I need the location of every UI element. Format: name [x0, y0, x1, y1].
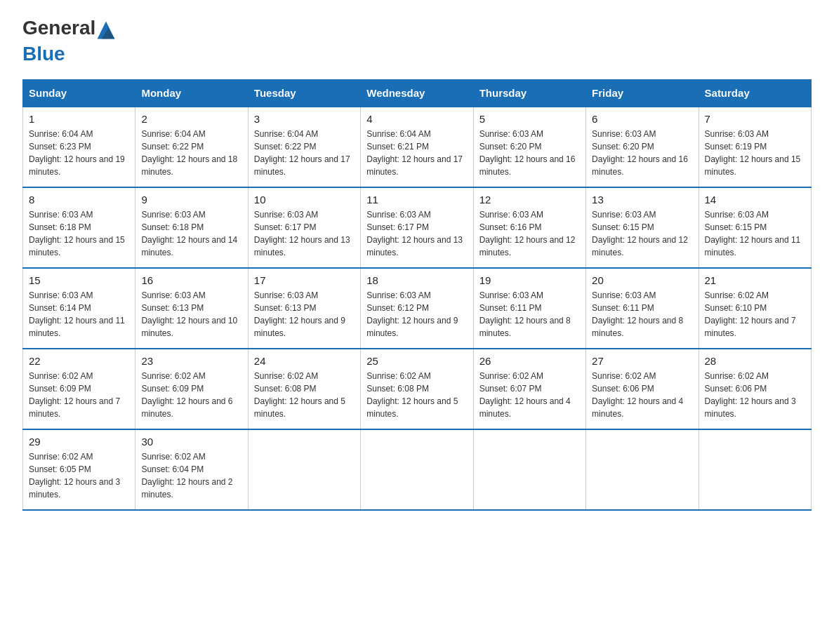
day-info: Sunrise: 6:03 AMSunset: 6:20 PMDaylight:… — [479, 128, 580, 178]
day-info: Sunrise: 6:03 AMSunset: 6:18 PMDaylight:… — [29, 208, 129, 259]
day-number: 8 — [29, 194, 129, 206]
day-info: Sunrise: 6:02 AMSunset: 6:07 PMDaylight:… — [479, 370, 580, 420]
day-info: Sunrise: 6:02 AMSunset: 6:05 PMDaylight:… — [29, 450, 129, 501]
day-number: 23 — [141, 355, 241, 367]
day-number: 16 — [141, 274, 241, 286]
day-info: Sunrise: 6:03 AMSunset: 6:20 PMDaylight:… — [592, 128, 692, 178]
weekday-header-row: SundayMondayTuesdayWednesdayThursdayFrid… — [23, 79, 812, 107]
day-number: 9 — [141, 194, 241, 206]
day-number: 2 — [141, 113, 241, 125]
calendar-cell — [586, 429, 699, 510]
day-number: 18 — [366, 274, 467, 286]
calendar-cell: 12Sunrise: 6:03 AMSunset: 6:16 PMDayligh… — [473, 187, 585, 268]
day-number: 24 — [254, 355, 355, 367]
weekday-header-tuesday: Tuesday — [248, 79, 360, 107]
day-info: Sunrise: 6:02 AMSunset: 6:06 PMDaylight:… — [592, 370, 692, 420]
calendar-cell: 1Sunrise: 6:04 AMSunset: 6:23 PMDaylight… — [23, 107, 135, 187]
calendar-cell: 24Sunrise: 6:02 AMSunset: 6:08 PMDayligh… — [248, 349, 360, 429]
calendar-cell: 5Sunrise: 6:03 AMSunset: 6:20 PMDaylight… — [473, 107, 585, 187]
calendar-table: SundayMondayTuesdayWednesdayThursdayFrid… — [22, 79, 812, 511]
calendar-cell: 17Sunrise: 6:03 AMSunset: 6:13 PMDayligh… — [248, 268, 360, 349]
calendar-cell: 3Sunrise: 6:04 AMSunset: 6:22 PMDaylight… — [248, 107, 360, 187]
calendar-cell: 10Sunrise: 6:03 AMSunset: 6:17 PMDayligh… — [248, 187, 360, 268]
day-number: 22 — [29, 355, 129, 367]
day-number: 6 — [592, 113, 692, 125]
day-info: Sunrise: 6:03 AMSunset: 6:11 PMDaylight:… — [592, 289, 692, 340]
calendar-week-row: 29Sunrise: 6:02 AMSunset: 6:05 PMDayligh… — [23, 429, 812, 510]
day-info: Sunrise: 6:03 AMSunset: 6:15 PMDaylight:… — [705, 208, 805, 259]
calendar-cell: 14Sunrise: 6:03 AMSunset: 6:15 PMDayligh… — [699, 187, 811, 268]
calendar-cell — [361, 429, 473, 510]
day-number: 15 — [29, 274, 129, 286]
calendar-week-row: 1Sunrise: 6:04 AMSunset: 6:23 PMDaylight… — [23, 107, 812, 187]
day-number: 7 — [705, 113, 805, 125]
calendar-cell: 22Sunrise: 6:02 AMSunset: 6:09 PMDayligh… — [23, 349, 135, 429]
day-info: Sunrise: 6:03 AMSunset: 6:13 PMDaylight:… — [141, 289, 241, 340]
day-number: 29 — [29, 436, 129, 448]
day-number: 26 — [479, 355, 580, 367]
day-info: Sunrise: 6:03 AMSunset: 6:12 PMDaylight:… — [366, 289, 467, 340]
day-info: Sunrise: 6:03 AMSunset: 6:17 PMDaylight:… — [254, 208, 355, 259]
calendar-cell: 28Sunrise: 6:02 AMSunset: 6:06 PMDayligh… — [699, 349, 811, 429]
day-number: 12 — [479, 194, 580, 206]
weekday-header-wednesday: Wednesday — [361, 79, 473, 107]
calendar-cell: 16Sunrise: 6:03 AMSunset: 6:13 PMDayligh… — [135, 268, 248, 349]
calendar-cell: 19Sunrise: 6:03 AMSunset: 6:11 PMDayligh… — [473, 268, 585, 349]
day-number: 14 — [705, 194, 805, 206]
calendar-cell: 25Sunrise: 6:02 AMSunset: 6:08 PMDayligh… — [361, 349, 473, 429]
calendar-cell: 7Sunrise: 6:03 AMSunset: 6:19 PMDaylight… — [699, 107, 811, 187]
day-info: Sunrise: 6:03 AMSunset: 6:11 PMDaylight:… — [479, 289, 580, 340]
day-info: Sunrise: 6:04 AMSunset: 6:22 PMDaylight:… — [254, 128, 355, 178]
calendar-cell: 11Sunrise: 6:03 AMSunset: 6:17 PMDayligh… — [361, 187, 473, 268]
calendar-cell: 27Sunrise: 6:02 AMSunset: 6:06 PMDayligh… — [586, 349, 699, 429]
calendar-cell: 4Sunrise: 6:04 AMSunset: 6:21 PMDaylight… — [361, 107, 473, 187]
day-number: 1 — [29, 113, 129, 125]
calendar-week-row: 8Sunrise: 6:03 AMSunset: 6:18 PMDaylight… — [23, 187, 812, 268]
day-number: 27 — [592, 355, 692, 367]
calendar-cell: 9Sunrise: 6:03 AMSunset: 6:18 PMDaylight… — [135, 187, 248, 268]
logo: General Blue — [22, 17, 116, 65]
day-number: 28 — [705, 355, 805, 367]
day-info: Sunrise: 6:02 AMSunset: 6:06 PMDaylight:… — [705, 370, 805, 420]
day-info: Sunrise: 6:02 AMSunset: 6:09 PMDaylight:… — [141, 370, 241, 420]
calendar-cell — [699, 429, 811, 510]
day-number: 25 — [366, 355, 467, 367]
day-number: 30 — [141, 436, 241, 448]
page-header: General Blue — [22, 17, 812, 65]
day-info: Sunrise: 6:02 AMSunset: 6:08 PMDaylight:… — [366, 370, 467, 420]
calendar-cell: 18Sunrise: 6:03 AMSunset: 6:12 PMDayligh… — [361, 268, 473, 349]
day-number: 3 — [254, 113, 355, 125]
calendar-cell — [248, 429, 360, 510]
weekday-header-saturday: Saturday — [699, 79, 811, 107]
day-info: Sunrise: 6:02 AMSunset: 6:10 PMDaylight:… — [705, 289, 805, 340]
calendar-cell: 26Sunrise: 6:02 AMSunset: 6:07 PMDayligh… — [473, 349, 585, 429]
day-info: Sunrise: 6:03 AMSunset: 6:19 PMDaylight:… — [705, 128, 805, 178]
day-info: Sunrise: 6:03 AMSunset: 6:13 PMDaylight:… — [254, 289, 355, 340]
weekday-header-friday: Friday — [586, 79, 699, 107]
calendar-body: 1Sunrise: 6:04 AMSunset: 6:23 PMDaylight… — [23, 107, 812, 510]
day-info: Sunrise: 6:04 AMSunset: 6:22 PMDaylight:… — [141, 128, 241, 178]
weekday-header-sunday: Sunday — [23, 79, 135, 107]
calendar-cell: 21Sunrise: 6:02 AMSunset: 6:10 PMDayligh… — [699, 268, 811, 349]
weekday-header-thursday: Thursday — [473, 79, 585, 107]
calendar-cell: 13Sunrise: 6:03 AMSunset: 6:15 PMDayligh… — [586, 187, 699, 268]
calendar-cell: 6Sunrise: 6:03 AMSunset: 6:20 PMDaylight… — [586, 107, 699, 187]
calendar-cell: 2Sunrise: 6:04 AMSunset: 6:22 PMDaylight… — [135, 107, 248, 187]
calendar-cell: 29Sunrise: 6:02 AMSunset: 6:05 PMDayligh… — [23, 429, 135, 510]
day-number: 13 — [592, 194, 692, 206]
day-info: Sunrise: 6:04 AMSunset: 6:23 PMDaylight:… — [29, 128, 129, 178]
day-number: 11 — [366, 194, 467, 206]
day-number: 20 — [592, 274, 692, 286]
day-info: Sunrise: 6:02 AMSunset: 6:08 PMDaylight:… — [254, 370, 355, 420]
calendar-cell: 15Sunrise: 6:03 AMSunset: 6:14 PMDayligh… — [23, 268, 135, 349]
day-number: 10 — [254, 194, 355, 206]
day-number: 5 — [479, 113, 580, 125]
calendar-cell: 23Sunrise: 6:02 AMSunset: 6:09 PMDayligh… — [135, 349, 248, 429]
day-info: Sunrise: 6:03 AMSunset: 6:18 PMDaylight:… — [141, 208, 241, 259]
logo-text-blue: Blue — [22, 43, 65, 65]
calendar-week-row: 22Sunrise: 6:02 AMSunset: 6:09 PMDayligh… — [23, 349, 812, 429]
weekday-header-monday: Monday — [135, 79, 248, 107]
day-info: Sunrise: 6:02 AMSunset: 6:04 PMDaylight:… — [141, 450, 241, 501]
calendar-cell — [473, 429, 585, 510]
day-info: Sunrise: 6:04 AMSunset: 6:21 PMDaylight:… — [366, 128, 467, 178]
